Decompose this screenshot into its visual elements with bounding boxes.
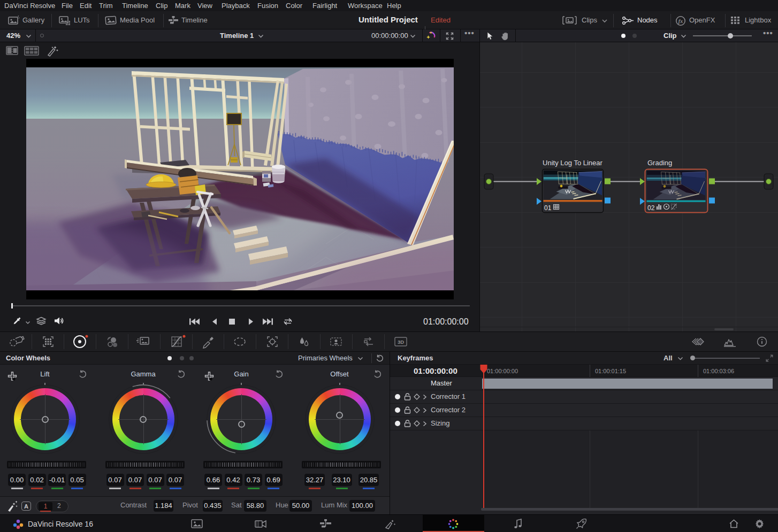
svg-text:02: 02 <box>647 204 655 212</box>
svg-text:01: 01 <box>544 204 552 212</box>
svg-text:Unity Log To Linear: Unity Log To Linear <box>543 159 602 167</box>
svg-text:fx: fx <box>678 18 683 24</box>
svg-text:Grading: Grading <box>647 159 672 167</box>
svg-text:3D: 3D <box>398 339 404 345</box>
